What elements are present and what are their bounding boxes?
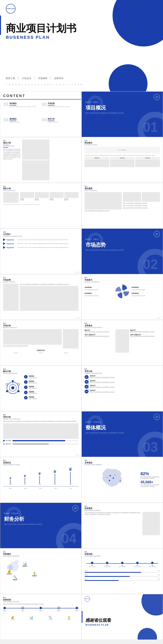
return-item-4: 04 请输入您的标题 [130, 562, 145, 567]
return-timeline: 01 请输入您的标题 02 请输入您的标题 03 请输入您的标题 [85, 558, 160, 567]
comp-item-3: 03 竞争对手 请输入您的标题请输入您的标题请输入您的标题 [85, 385, 160, 388]
tag-4: 品牌宣传 [54, 77, 66, 80]
slide-4-2a: 4.2 投资回报 INVESTMENT RETURN 01 请输入您的标题 [82, 548, 163, 594]
cover-main-title: 商业项目计划书 [6, 23, 76, 33]
pain-item-2: 业界人员痛点文字 请输入您的标题请输入您的标题请输入您的标题 [85, 334, 114, 337]
slide-2-4: 2.4 解决方案 SOLUTION METHOD [0, 366, 82, 411]
solution-item-4: 4 采购流程 请输入您的标题 [24, 391, 78, 394]
slide-part-four: YOURLOGO PART FOUR 财务分析 请输入您的标题请输入您的标题请输… [0, 503, 82, 548]
solution-item-1: 1 采购流程 请输入您的标题 [24, 375, 78, 378]
comp-item-2: 02 竞争对手 请输入您的标题请输入您的标题请输入您的标题 [85, 380, 160, 384]
part-one-label: PART ONE 项目概况 请输入您的标题请输入您的标题请输入您的标题请输入您的… [86, 101, 124, 114]
slide-content: CONTENT 01 项目概况 项目介绍 / 商业模式 / 团队介绍 / 项目愿… [0, 92, 82, 137]
end-circle-bottom [137, 628, 157, 640]
invest-icon-1: 💰 投资条件 [7, 570, 12, 575]
invest-icon-bottom-4: 💡 创新方案 [67, 616, 71, 620]
cover-lorem: L O R E M I P S U D O L O R S I E R E L … [6, 84, 83, 86]
content-item-2: 02 市场态势 市场态势 / 市场分析 / 解决方案 / 竞争分析 [41, 101, 79, 116]
invest-icon-bottom-1: 💰 投资回报 [11, 616, 15, 620]
watermark: 51PPT [76, 272, 80, 273]
end-circle-top [141, 594, 163, 616]
slide-2-1-potential: 2.1 市场潜力 MARKET POTENTIAL 政策保障措施 请输入您的标题… [82, 274, 163, 320]
tag-2: 计划总结 [22, 77, 34, 80]
slide-end: YOUR LOGO 感谢诸位观看 BUSENESS PLAN [82, 594, 163, 640]
content-item-3: 03 整体概况 发展状况 / 未来规划 [3, 116, 41, 132]
pain-item-1: 痛点文字 请输入您的标题请输入您的标题请输入您的标题 [85, 329, 114, 333]
row-4-1b-4-2a: 4.1 投资需求 INVESTMENT DEMAND 💰 投资条件 📊 [0, 548, 163, 594]
cover-en-title: BUSENESS PLAN [6, 35, 76, 40]
row-1-5-parttwo: 1.5 公司简介 COMPANY INTRODUCTION Keywords L… [0, 228, 163, 274]
row-3-1-3-2: 3.1 发展状况 DEVELOPMENT STATUS ♛ 2016 ♛ 201… [0, 457, 163, 503]
end-text: 感谢诸位观看 BUSENESS PLAN [86, 618, 111, 626]
content-desc-2: 市场态势 / 市场分析 / 解决方案 / 竞争分析 [48, 106, 69, 108]
tag-1: 商务汇报 [6, 77, 18, 80]
solution-item-5: 5 采购流程 请输入您的标题 [24, 396, 78, 400]
triangle-icon-3 [3, 246, 6, 249]
slide-1-3: 1.3 团队介绍 Team Introduction 输入姓名 输入职务 输入姓… [0, 183, 82, 228]
content-title: CONTENT [3, 94, 78, 98]
solution-diagram [3, 375, 23, 400]
row-2-4-2-5a: 2.4 解决方案 SOLUTION METHOD [0, 366, 163, 411]
comp-bar-2: 竞争对手 [3, 443, 78, 445]
content-label-3: 整体概况 [10, 118, 20, 120]
slide-4-2b: 4.2 投资回报 INVESTMENT RETURN 请输入您的标题请输入您的标… [0, 594, 82, 640]
cover-circle-bg [113, 0, 163, 46]
return-item-3: 03 请输入您的标题 [115, 562, 130, 567]
slide-2-2: 2.2 市场分析 MARKET ANALYSIS 请输入您的标题请输入您的标题请… [0, 320, 82, 366]
invest-icon-bottom-2: 📊 财务分析 [30, 616, 33, 620]
stat-1: 82% 请输入您的标题请输入您的标题请输入您的标题请输入您的标题 [140, 471, 160, 479]
slide-3-2: 3.2 未来规划 FUTURE DEVELOPMENT [82, 457, 163, 503]
slide-1-2: 1.2 商业模式 BUSINESS MODEL 输入您的标题 Lorem ips… [82, 137, 163, 183]
svg-point-14 [113, 478, 114, 479]
svg-point-15 [109, 480, 110, 481]
tag-3: 市场调研 [38, 77, 51, 80]
stat-2: 45,568+ 请输入您的标题请输入您的标题请输入您的标题请输入您的标题 [140, 480, 160, 487]
svg-point-13 [110, 475, 111, 476]
part-four-num: 04 [61, 532, 76, 545]
slide-2-3: 2.3 业界痛点 INDUSTRY PAIN POINTS 痛点文字 请输入您的… [82, 320, 163, 366]
svg-point-7 [18, 384, 20, 385]
svg-point-0 [121, 290, 124, 293]
triangle-icon-2 [3, 242, 6, 245]
cover-logo: YOUR LOGO [6, 4, 16, 14]
keyword-item-2: Keywords Lorem ipsum dolor sit amet, con… [3, 242, 78, 245]
part-three-logo: YOURLOGO [154, 414, 160, 420]
comp-bar-1: 我方优势 [3, 440, 78, 442]
invest-icon-4: 💡 投资条件 [32, 572, 37, 577]
svg-point-5 [18, 390, 20, 392]
slide-3-1: 3.1 发展状况 DEVELOPMENT STATUS ♛ 2016 ♛ 201… [0, 457, 82, 503]
return-item-5: 05 请输入您的标题 [145, 562, 160, 567]
svg-point-4 [12, 380, 14, 382]
invest-icon-2: 📊 投资条件 [23, 562, 27, 567]
slide-cover: YOUR LOGO 商业项目计划书 BUSENESS PLAN 商务汇报 计划总… [0, 0, 163, 92]
comp-item-4: 04 竞争对手 请输入您的标题请输入您的标题请输入您的标题 [85, 390, 160, 394]
svg-line-11 [8, 390, 10, 391]
content-item-1: 01 项目概况 项目介绍 / 商业模式 / 团队介绍 / 项目愿景 / 公司简介 [3, 101, 41, 116]
svg-point-3 [11, 386, 14, 390]
cover-accent-bar [0, 16, 1, 35]
content-label-1: 项目概况 [10, 102, 37, 105]
slides-wrapper: YOUR LOGO 商业项目计划书 BUSENESS PLAN 商务汇报 计划总… [0, 0, 163, 640]
cover-title-block: 商业项目计划书 BUSENESS PLAN [6, 23, 76, 40]
row-4-2b-end: 4.2 投资回报 INVESTMENT RETURN 请输入您的标题请输入您的标… [0, 594, 163, 640]
watermark-2: 51PPT [76, 317, 80, 319]
svg-point-16 [114, 474, 115, 475]
part-three-num: 03 [143, 440, 158, 454]
content-num-1: 01 [4, 102, 8, 106]
slide-4-1b: 4.1 投资需求 INVESTMENT DEMAND 💰 投资条件 📊 [0, 548, 82, 594]
slide-2-5a: 2.5 竞争分析 COMPETITOR ANALYSIS 01 竞争对手 请输入… [82, 366, 163, 411]
svg-point-17 [106, 477, 107, 478]
part-one-num: 01 [143, 120, 158, 134]
part-four-content: PART FOUR 财务分析 请输入您的标题请输入您的标题请输入您的标题请输入您… [4, 512, 42, 525]
part-two-logo: YOURLOGO [154, 231, 160, 237]
cover-tags: 商务汇报 计划总结 市场调研 品牌宣传 [6, 77, 69, 80]
content-label-4: 财务分析 [48, 118, 58, 120]
invest-icon-3: 🔍 投资条件 [13, 575, 18, 581]
slide-2-1-status: 2.1 市场态势 MARKET STATUS 请输入您的标题请输入您的标题请输入… [0, 274, 82, 320]
development-timeline: ♛ 2016 ♛ 2017 ♛ 2018 ♛ [3, 467, 78, 485]
return-item-1: 01 请输入您的标题 [85, 562, 100, 567]
row-2-1-market: 2.1 市场态势 MARKET STATUS 请输入您的标题请输入您的标题请输入… [0, 274, 163, 320]
slide-4-1a: 4.1 投资需求 INVESTMENT DEMAND 请输入您的标题请输入您的标… [82, 503, 163, 548]
content-num-3: 03 [4, 118, 8, 122]
row-content-partone: CONTENT 01 项目概况 项目介绍 / 商业模式 / 团队介绍 / 项目愿… [0, 92, 163, 137]
